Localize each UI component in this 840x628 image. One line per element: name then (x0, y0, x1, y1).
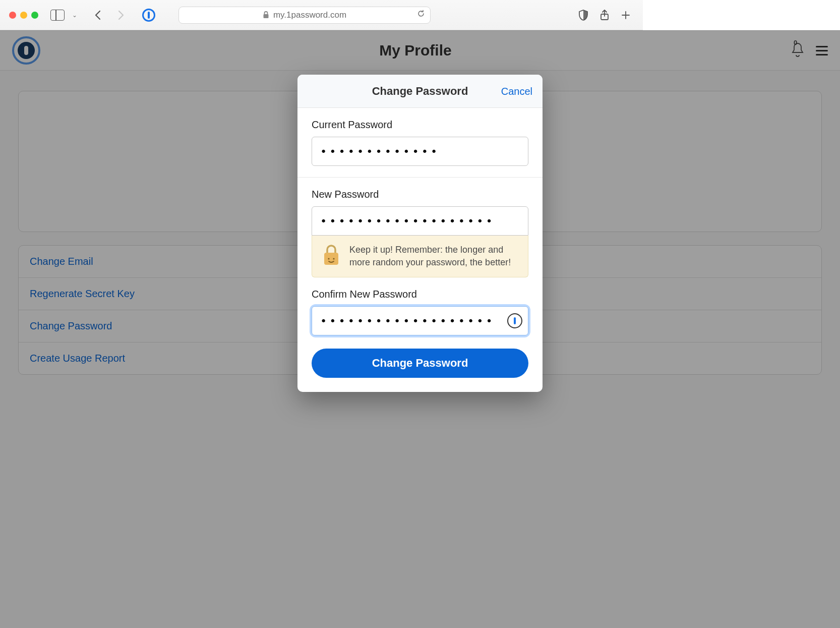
cancel-button[interactable]: Cancel (501, 85, 532, 97)
current-password-label: Current Password (312, 119, 528, 131)
change-password-submit-button[interactable]: Change Password (312, 349, 528, 378)
close-window-button[interactable] (9, 12, 16, 19)
share-button[interactable] (599, 9, 610, 21)
modal-title: Change Password (372, 85, 468, 98)
url-text: my.1password.com (273, 10, 346, 20)
tab-group-dropdown[interactable]: ⌄ (68, 8, 82, 22)
password-strength-text: Keep it up! Remember: the longer and mor… (349, 244, 519, 269)
new-password-input[interactable] (312, 206, 528, 236)
back-button[interactable] (91, 8, 105, 22)
1password-inline-icon[interactable] (507, 313, 522, 328)
address-bar[interactable]: my.1password.com (178, 7, 431, 24)
1password-extension-icon[interactable] (142, 9, 155, 22)
current-password-section: Current Password (297, 108, 543, 178)
new-password-section: New Password Keep it up! Remember: the l… (297, 178, 543, 392)
browser-toolbar: ⌄ my.1password.com (0, 0, 643, 30)
modal-header: Change Password Cancel (297, 75, 543, 108)
padlock-happy-icon (321, 244, 341, 269)
confirm-password-input[interactable] (312, 306, 528, 335)
new-tab-button[interactable] (621, 10, 631, 20)
current-password-input[interactable] (312, 137, 528, 166)
svg-point-3 (328, 258, 329, 259)
forward-button[interactable] (114, 8, 128, 22)
privacy-shield-icon[interactable] (578, 10, 588, 21)
window-controls (9, 12, 38, 19)
sidebar-toggle-button[interactable] (50, 8, 65, 22)
lock-icon (263, 11, 269, 19)
maximize-window-button[interactable] (31, 12, 38, 19)
svg-rect-0 (263, 14, 268, 18)
change-password-modal: Change Password Cancel Current Password … (297, 75, 543, 392)
new-password-label: New Password (312, 189, 528, 200)
minimize-window-button[interactable] (20, 12, 27, 19)
svg-rect-2 (324, 253, 338, 265)
confirm-password-label: Confirm New Password (312, 289, 528, 300)
reload-button[interactable] (417, 10, 425, 20)
svg-point-4 (333, 258, 334, 259)
password-strength-hint: Keep it up! Remember: the longer and mor… (312, 236, 528, 277)
